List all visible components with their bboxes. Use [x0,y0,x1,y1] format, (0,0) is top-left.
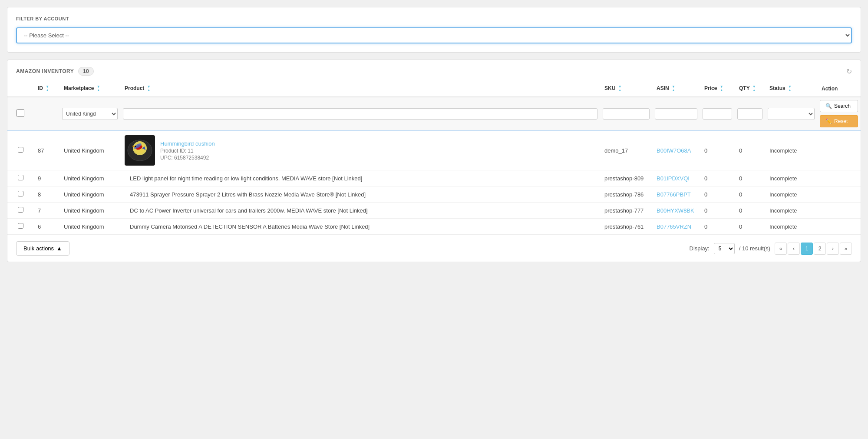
table-row: 6 United Kingdom Dummy Camera Motorised … [7,219,861,235]
sku-filter-input[interactable] [603,108,650,120]
product-sort-icons[interactable]: ▼▲ [147,85,151,92]
row-price-2: 0 [700,186,735,203]
row-marketplace-0: United Kingdom [59,130,120,170]
asin-link-1[interactable]: B01IPDXVQI [657,175,690,182]
asin-link-0[interactable]: B00IW7O68A [657,147,691,154]
prev-page-button[interactable]: ‹ [788,243,800,255]
row-checkbox-4[interactable] [18,223,23,229]
eraser-icon: ✏️ [825,118,832,124]
inventory-table: ID ▼▲ Marketplace ▼▲ Product ▼▲ [7,81,861,235]
qty-sort-icons[interactable]: ▼▲ [752,85,756,92]
row-product-0: Hummingbird cushion Product ID: 11 UPC: … [120,130,600,170]
price-filter-input[interactable] [703,108,732,120]
status-sort-icons[interactable]: ▼▲ [788,85,792,92]
row-action-3 [817,203,861,219]
asin-link-3[interactable]: B00HYXW8BK [657,207,694,214]
bulk-actions-caret-icon: ▲ [56,245,62,252]
next-page-button[interactable]: › [827,243,839,255]
th-asin: ASIN ▼▲ [652,81,700,97]
row-product-1: LED light panel for night time reading o… [120,170,600,186]
product-filter-input[interactable] [123,108,597,120]
row-price-1: 0 [700,170,735,186]
row-action-2 [817,186,861,203]
filter-sku-cell [600,97,652,130]
th-status: Status ▼▲ [765,81,817,97]
th-price: Price ▼▲ [700,81,735,97]
first-page-button[interactable]: « [775,243,787,255]
status-filter-select[interactable]: Incomplete Complete [768,108,815,120]
product-image-0 [125,135,155,166]
row-marketplace-3: United Kingdom [59,203,120,219]
table-header-row: ID ▼▲ Marketplace ▼▲ Product ▼▲ [7,81,861,97]
bulk-actions-button[interactable]: Bulk actions ▲ [16,241,69,256]
marketplace-sort-icons[interactable]: ▼▲ [97,85,100,92]
inventory-title-row: AMAZON INVENTORY 10 [16,67,94,76]
asin-link-4[interactable]: B07765VRZN [657,223,691,230]
row-product-3: DC to AC Power Inverter universal for ca… [120,203,600,219]
filter-product-cell [120,97,600,130]
row-id-0: 87 [33,130,59,170]
row-sku-2: prestashop-786 [600,186,652,203]
table-row: 87 United Kingdom [7,130,861,170]
asin-filter-input[interactable] [655,108,697,120]
row-qty-1: 0 [735,170,765,186]
sku-sort-icons[interactable]: ▼▲ [618,85,622,92]
row-price-0: 0 [700,130,735,170]
row-qty-2: 0 [735,186,765,203]
row-qty-4: 0 [735,219,765,235]
row-id-2: 8 [33,186,59,203]
asin-sort-icons[interactable]: ▼▲ [672,85,675,92]
filter-marketplace-cell: United Kingd [59,97,120,130]
search-button[interactable]: 🔍 Search [820,100,858,112]
product-info-3: DC to AC Power Inverter universal for ca… [130,207,368,214]
row-asin-4: B07765VRZN [652,219,700,235]
row-checkbox-2[interactable] [18,191,23,196]
product-info-2: 473911 Sprayer Pressure Sprayer 2 Litres… [130,191,366,198]
inventory-header: AMAZON INVENTORY 10 ↻ [7,60,861,81]
marketplace-filter-select[interactable]: United Kingd [62,108,118,120]
row-sku-4: prestashop-761 [600,219,652,235]
product-id-0: Product ID: 11 [160,148,215,154]
select-all-checkbox[interactable] [17,109,24,117]
refresh-icon[interactable]: ↻ [846,67,852,76]
filter-checkbox-cell [7,97,33,130]
product-link-0[interactable]: Hummingbird cushion [160,140,215,147]
reset-button[interactable]: ✏️ Reset [820,115,858,127]
row-checkbox-0[interactable] [18,147,23,153]
row-id-4: 6 [33,219,59,235]
filter-price-cell [700,97,735,130]
table-body: 87 United Kingdom [7,130,861,235]
row-asin-0: B00IW7O68A [652,130,700,170]
account-select[interactable]: -- Please Select -- [16,27,852,43]
search-icon: 🔍 [825,103,832,109]
price-sort-icons[interactable]: ▼▲ [720,85,723,92]
th-sku: SKU ▼▲ [600,81,652,97]
filter-title: FILTER BY ACCOUNT [16,16,852,21]
inventory-count: 10 [78,67,93,76]
filter-qty-cell [735,97,765,130]
row-status-2: Incomplete [765,186,817,203]
asin-link-2[interactable]: B07766PBPT [657,191,691,198]
page-1-button[interactable]: 1 [801,243,813,255]
row-marketplace-4: United Kingdom [59,219,120,235]
row-checkbox-3[interactable] [18,207,23,213]
row-checkbox-cell [7,130,33,170]
row-asin-3: B00HYXW8BK [652,203,700,219]
pagination-right: Display: 5 10 25 / 10 result(s) « ‹ 1 2 … [690,243,852,255]
row-asin-1: B01IPDXVQI [652,170,700,186]
row-status-0: Incomplete [765,130,817,170]
id-sort-icons[interactable]: ▼▲ [46,85,49,92]
per-page-select[interactable]: 5 10 25 [714,243,735,254]
row-asin-2: B07766PBPT [652,186,700,203]
row-qty-0: 0 [735,130,765,170]
qty-filter-input[interactable] [737,108,762,120]
page-2-button[interactable]: 2 [814,243,826,255]
inventory-section: AMAZON INVENTORY 10 ↻ ID ▼▲ Marketplace … [7,60,861,262]
last-page-button[interactable]: » [840,243,852,255]
display-label: Display: [690,245,710,252]
bulk-actions-label: Bulk actions [23,245,54,252]
row-marketplace-1: United Kingdom [59,170,120,186]
filter-action-buttons: 🔍 Search ✏️ Reset [820,100,858,127]
th-product: Product ▼▲ [120,81,600,97]
row-checkbox-1[interactable] [18,175,23,180]
